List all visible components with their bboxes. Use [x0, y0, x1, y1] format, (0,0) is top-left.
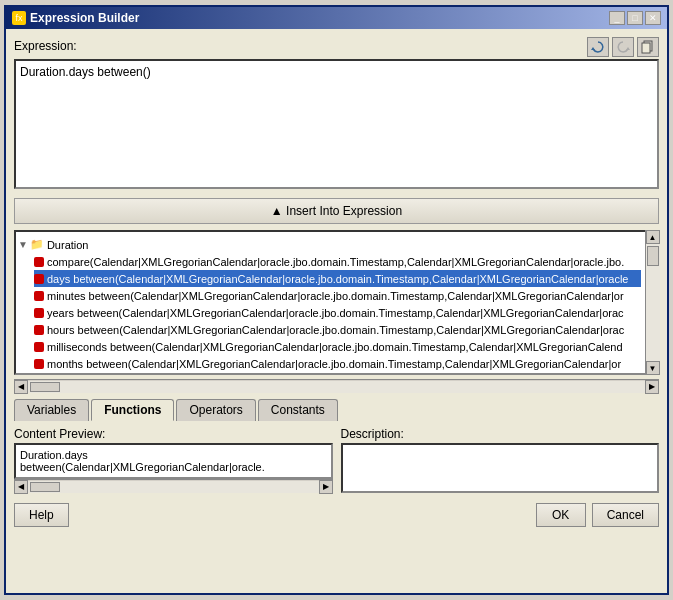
tree-content: ▼ 📁 Duration compare(Calendar|XMLGregori… — [16, 232, 643, 375]
content-preview-label: Content Preview: — [14, 427, 333, 441]
description-section: Description: — [341, 427, 660, 493]
svg-marker-0 — [591, 47, 595, 50]
item-icon-2 — [34, 291, 44, 301]
tree-item-2[interactable]: minutes between(Calendar|XMLGregorianCal… — [34, 287, 641, 304]
tree-item-text-6: months between(Calendar|XMLGregorianCale… — [47, 358, 621, 370]
insert-into-expression-button[interactable]: ▲ Insert Into Expression — [14, 198, 659, 224]
title-bar-left: fx Expression Builder — [12, 11, 139, 25]
tab-operators[interactable]: Operators — [176, 399, 255, 421]
svg-marker-1 — [626, 47, 630, 50]
scroll-right-button[interactable]: ▶ — [645, 380, 659, 394]
scroll-hthumb[interactable] — [30, 382, 60, 392]
tree-root-row[interactable]: ▼ 📁 Duration — [18, 236, 641, 253]
tree-item-3[interactable]: years between(Calendar|XMLGregorianCalen… — [34, 304, 641, 321]
preview-htrack[interactable] — [28, 481, 319, 493]
cancel-button[interactable]: Cancel — [592, 503, 659, 527]
expand-icon: ▼ — [18, 239, 28, 250]
tabs-row: Variables Functions Operators Constants — [14, 399, 659, 421]
item-icon-4 — [34, 325, 44, 335]
tree-item-text-2: minutes between(Calendar|XMLGregorianCal… — [47, 290, 624, 302]
item-icon-5 — [34, 342, 44, 352]
tree-panel-wrapper: ▼ 📁 Duration compare(Calendar|XMLGregori… — [14, 230, 659, 375]
toolbar-buttons — [587, 37, 659, 57]
title-bar: fx Expression Builder _ □ ✕ — [6, 7, 667, 29]
minimize-button[interactable]: _ — [609, 11, 625, 25]
tree-item-1[interactable]: days between(Calendar|XMLGregorianCalend… — [34, 270, 641, 287]
tree-panel: ▼ 📁 Duration compare(Calendar|XMLGregori… — [14, 230, 659, 375]
undo-button[interactable] — [612, 37, 634, 57]
undo-icon — [616, 40, 630, 54]
tab-constants[interactable]: Constants — [258, 399, 338, 421]
tree-item-6[interactable]: months between(Calendar|XMLGregorianCale… — [34, 355, 641, 372]
footer-row: Help OK Cancel — [14, 499, 659, 529]
maximize-button[interactable]: □ — [627, 11, 643, 25]
preview-hthumb[interactable] — [30, 482, 60, 492]
scroll-track[interactable] — [646, 244, 660, 361]
tab-variables[interactable]: Variables — [14, 399, 89, 421]
svg-rect-3 — [642, 43, 650, 53]
description-textarea[interactable] — [341, 443, 660, 493]
tree-item-5[interactable]: milliseconds between(Calendar|XMLGregori… — [34, 338, 641, 355]
insert-btn-label: ▲ Insert Into Expression — [271, 204, 402, 218]
window-icon: fx — [12, 11, 26, 25]
bottom-section: Content Preview: ◀ ▶ Description: — [14, 427, 659, 493]
scroll-up-button[interactable]: ▲ — [646, 230, 660, 244]
description-label: Description: — [341, 427, 660, 441]
folder-icon: 📁 — [30, 238, 44, 251]
close-button[interactable]: ✕ — [645, 11, 661, 25]
preview-scrollbar-h[interactable]: ◀ ▶ — [14, 479, 333, 493]
ok-button[interactable]: OK — [536, 503, 586, 527]
item-icon-0 — [34, 257, 44, 267]
item-icon-3 — [34, 308, 44, 318]
copy-icon — [641, 40, 655, 54]
scroll-left-button[interactable]: ◀ — [14, 380, 28, 394]
scroll-down-button[interactable]: ▼ — [646, 361, 660, 375]
tab-functions[interactable]: Functions — [91, 399, 174, 421]
tree-scrollbar-vertical[interactable]: ▲ ▼ — [645, 230, 659, 375]
refresh-button[interactable] — [587, 37, 609, 57]
footer-right: OK Cancel — [536, 503, 659, 527]
title-controls: _ □ ✕ — [609, 11, 661, 25]
tree-root-label: Duration — [47, 239, 89, 251]
tree-item-text-5: milliseconds between(Calendar|XMLGregori… — [47, 341, 623, 353]
preview-section: Content Preview: ◀ ▶ — [14, 427, 333, 493]
content-preview-textarea[interactable] — [14, 443, 333, 479]
tree-scrollbar-horizontal[interactable]: ◀ ▶ — [14, 379, 659, 393]
expression-input[interactable] — [14, 59, 659, 189]
tree-item-0[interactable]: compare(Calendar|XMLGregorianCalendar|or… — [34, 253, 641, 270]
tree-item-4[interactable]: hours between(Calendar|XMLGregorianCalen… — [34, 321, 641, 338]
tree-item-text-0: compare(Calendar|XMLGregorianCalendar|or… — [47, 256, 624, 268]
preview-scroll-left[interactable]: ◀ — [14, 480, 28, 494]
item-icon-6 — [34, 359, 44, 369]
tree-item-text-3: years between(Calendar|XMLGregorianCalen… — [47, 307, 624, 319]
scroll-htrack[interactable] — [28, 381, 645, 393]
help-button[interactable]: Help — [14, 503, 69, 527]
copy-button[interactable] — [637, 37, 659, 57]
expression-section: Expression: — [14, 37, 659, 192]
tree-item-text-4: hours between(Calendar|XMLGregorianCalen… — [47, 324, 624, 336]
expression-builder-window: fx Expression Builder _ □ ✕ Expression: — [4, 5, 669, 595]
preview-scroll-right[interactable]: ▶ — [319, 480, 333, 494]
refresh-icon — [591, 40, 605, 54]
window-title: Expression Builder — [30, 11, 139, 25]
expression-label: Expression: — [14, 39, 77, 53]
scroll-thumb[interactable] — [647, 246, 659, 266]
tree-item-text-1: days between(Calendar|XMLGregorianCalend… — [47, 273, 629, 285]
main-content: Expression: — [6, 29, 667, 593]
item-icon-1 — [34, 274, 44, 284]
